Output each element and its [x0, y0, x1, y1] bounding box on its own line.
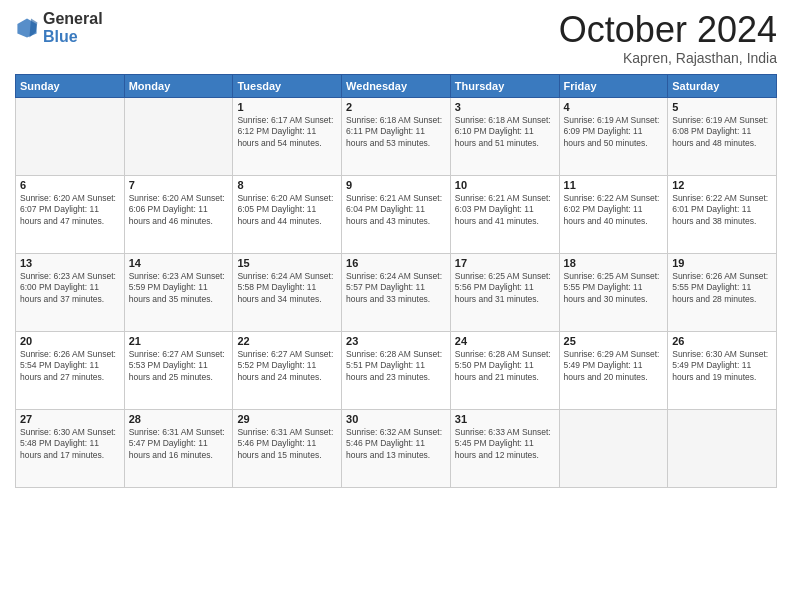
cell-info: Sunrise: 6:27 AM Sunset: 5:52 PM Dayligh… — [237, 349, 337, 385]
calendar-cell: 13Sunrise: 6:23 AM Sunset: 6:00 PM Dayli… — [16, 253, 125, 331]
day-number: 23 — [346, 335, 446, 347]
calendar-cell: 7Sunrise: 6:20 AM Sunset: 6:06 PM Daylig… — [124, 175, 233, 253]
cell-info: Sunrise: 6:25 AM Sunset: 5:56 PM Dayligh… — [455, 271, 555, 307]
day-number: 7 — [129, 179, 229, 191]
month-title: October 2024 — [559, 10, 777, 50]
calendar-week-3: 13Sunrise: 6:23 AM Sunset: 6:00 PM Dayli… — [16, 253, 777, 331]
header-row: SundayMondayTuesdayWednesdayThursdayFrid… — [16, 74, 777, 97]
day-number: 31 — [455, 413, 555, 425]
cell-info: Sunrise: 6:33 AM Sunset: 5:45 PM Dayligh… — [455, 427, 555, 463]
calendar-cell: 24Sunrise: 6:28 AM Sunset: 5:50 PM Dayli… — [450, 331, 559, 409]
calendar-cell: 26Sunrise: 6:30 AM Sunset: 5:49 PM Dayli… — [668, 331, 777, 409]
calendar-week-5: 27Sunrise: 6:30 AM Sunset: 5:48 PM Dayli… — [16, 409, 777, 487]
location-subtitle: Kapren, Rajasthan, India — [559, 50, 777, 66]
day-number: 28 — [129, 413, 229, 425]
day-number: 15 — [237, 257, 337, 269]
day-number: 24 — [455, 335, 555, 347]
calendar-cell: 15Sunrise: 6:24 AM Sunset: 5:58 PM Dayli… — [233, 253, 342, 331]
cell-info: Sunrise: 6:20 AM Sunset: 6:07 PM Dayligh… — [20, 193, 120, 229]
day-number: 8 — [237, 179, 337, 191]
day-number: 21 — [129, 335, 229, 347]
calendar-cell — [668, 409, 777, 487]
cell-info: Sunrise: 6:31 AM Sunset: 5:46 PM Dayligh… — [237, 427, 337, 463]
cell-info: Sunrise: 6:30 AM Sunset: 5:49 PM Dayligh… — [672, 349, 772, 385]
day-number: 11 — [564, 179, 664, 191]
cell-info: Sunrise: 6:23 AM Sunset: 5:59 PM Dayligh… — [129, 271, 229, 307]
day-number: 6 — [20, 179, 120, 191]
logo-text: General Blue — [43, 10, 103, 45]
calendar-cell: 22Sunrise: 6:27 AM Sunset: 5:52 PM Dayli… — [233, 331, 342, 409]
day-number: 14 — [129, 257, 229, 269]
calendar-table: SundayMondayTuesdayWednesdayThursdayFrid… — [15, 74, 777, 488]
cell-info: Sunrise: 6:22 AM Sunset: 6:01 PM Dayligh… — [672, 193, 772, 229]
cell-info: Sunrise: 6:17 AM Sunset: 6:12 PM Dayligh… — [237, 115, 337, 151]
cell-info: Sunrise: 6:20 AM Sunset: 6:05 PM Dayligh… — [237, 193, 337, 229]
cell-info: Sunrise: 6:19 AM Sunset: 6:08 PM Dayligh… — [672, 115, 772, 151]
cell-info: Sunrise: 6:18 AM Sunset: 6:10 PM Dayligh… — [455, 115, 555, 151]
day-header-friday: Friday — [559, 74, 668, 97]
cell-info: Sunrise: 6:23 AM Sunset: 6:00 PM Dayligh… — [20, 271, 120, 307]
calendar-week-4: 20Sunrise: 6:26 AM Sunset: 5:54 PM Dayli… — [16, 331, 777, 409]
calendar-cell: 4Sunrise: 6:19 AM Sunset: 6:09 PM Daylig… — [559, 97, 668, 175]
calendar-cell: 1Sunrise: 6:17 AM Sunset: 6:12 PM Daylig… — [233, 97, 342, 175]
day-number: 25 — [564, 335, 664, 347]
day-number: 1 — [237, 101, 337, 113]
calendar-cell: 9Sunrise: 6:21 AM Sunset: 6:04 PM Daylig… — [342, 175, 451, 253]
cell-info: Sunrise: 6:26 AM Sunset: 5:55 PM Dayligh… — [672, 271, 772, 307]
calendar-cell: 25Sunrise: 6:29 AM Sunset: 5:49 PM Dayli… — [559, 331, 668, 409]
day-number: 26 — [672, 335, 772, 347]
day-number: 12 — [672, 179, 772, 191]
cell-info: Sunrise: 6:27 AM Sunset: 5:53 PM Dayligh… — [129, 349, 229, 385]
header: General Blue October 2024 Kapren, Rajast… — [15, 10, 777, 66]
calendar-cell: 20Sunrise: 6:26 AM Sunset: 5:54 PM Dayli… — [16, 331, 125, 409]
cell-info: Sunrise: 6:25 AM Sunset: 5:55 PM Dayligh… — [564, 271, 664, 307]
day-header-wednesday: Wednesday — [342, 74, 451, 97]
logo: General Blue — [15, 10, 103, 45]
calendar-page: General Blue October 2024 Kapren, Rajast… — [0, 0, 792, 612]
calendar-cell: 14Sunrise: 6:23 AM Sunset: 5:59 PM Dayli… — [124, 253, 233, 331]
logo-icon — [15, 16, 39, 40]
calendar-cell: 10Sunrise: 6:21 AM Sunset: 6:03 PM Dayli… — [450, 175, 559, 253]
day-number: 27 — [20, 413, 120, 425]
calendar-cell: 16Sunrise: 6:24 AM Sunset: 5:57 PM Dayli… — [342, 253, 451, 331]
day-number: 29 — [237, 413, 337, 425]
cell-info: Sunrise: 6:32 AM Sunset: 5:46 PM Dayligh… — [346, 427, 446, 463]
day-number: 16 — [346, 257, 446, 269]
calendar-cell: 21Sunrise: 6:27 AM Sunset: 5:53 PM Dayli… — [124, 331, 233, 409]
calendar-cell: 8Sunrise: 6:20 AM Sunset: 6:05 PM Daylig… — [233, 175, 342, 253]
calendar-cell: 12Sunrise: 6:22 AM Sunset: 6:01 PM Dayli… — [668, 175, 777, 253]
day-number: 4 — [564, 101, 664, 113]
cell-info: Sunrise: 6:20 AM Sunset: 6:06 PM Dayligh… — [129, 193, 229, 229]
calendar-cell: 6Sunrise: 6:20 AM Sunset: 6:07 PM Daylig… — [16, 175, 125, 253]
cell-info: Sunrise: 6:28 AM Sunset: 5:51 PM Dayligh… — [346, 349, 446, 385]
day-number: 20 — [20, 335, 120, 347]
cell-info: Sunrise: 6:19 AM Sunset: 6:09 PM Dayligh… — [564, 115, 664, 151]
day-number: 13 — [20, 257, 120, 269]
calendar-cell — [124, 97, 233, 175]
cell-info: Sunrise: 6:24 AM Sunset: 5:57 PM Dayligh… — [346, 271, 446, 307]
calendar-cell: 29Sunrise: 6:31 AM Sunset: 5:46 PM Dayli… — [233, 409, 342, 487]
title-block: October 2024 Kapren, Rajasthan, India — [559, 10, 777, 66]
day-number: 17 — [455, 257, 555, 269]
cell-info: Sunrise: 6:21 AM Sunset: 6:03 PM Dayligh… — [455, 193, 555, 229]
calendar-cell: 3Sunrise: 6:18 AM Sunset: 6:10 PM Daylig… — [450, 97, 559, 175]
day-number: 3 — [455, 101, 555, 113]
cell-info: Sunrise: 6:22 AM Sunset: 6:02 PM Dayligh… — [564, 193, 664, 229]
day-header-saturday: Saturday — [668, 74, 777, 97]
calendar-cell: 11Sunrise: 6:22 AM Sunset: 6:02 PM Dayli… — [559, 175, 668, 253]
day-number: 10 — [455, 179, 555, 191]
calendar-cell: 5Sunrise: 6:19 AM Sunset: 6:08 PM Daylig… — [668, 97, 777, 175]
calendar-cell: 18Sunrise: 6:25 AM Sunset: 5:55 PM Dayli… — [559, 253, 668, 331]
calendar-week-2: 6Sunrise: 6:20 AM Sunset: 6:07 PM Daylig… — [16, 175, 777, 253]
cell-info: Sunrise: 6:21 AM Sunset: 6:04 PM Dayligh… — [346, 193, 446, 229]
day-number: 30 — [346, 413, 446, 425]
cell-info: Sunrise: 6:18 AM Sunset: 6:11 PM Dayligh… — [346, 115, 446, 151]
day-number: 22 — [237, 335, 337, 347]
calendar-cell: 23Sunrise: 6:28 AM Sunset: 5:51 PM Dayli… — [342, 331, 451, 409]
day-number: 19 — [672, 257, 772, 269]
day-header-sunday: Sunday — [16, 74, 125, 97]
day-header-monday: Monday — [124, 74, 233, 97]
calendar-cell: 2Sunrise: 6:18 AM Sunset: 6:11 PM Daylig… — [342, 97, 451, 175]
calendar-cell: 28Sunrise: 6:31 AM Sunset: 5:47 PM Dayli… — [124, 409, 233, 487]
calendar-cell: 31Sunrise: 6:33 AM Sunset: 5:45 PM Dayli… — [450, 409, 559, 487]
